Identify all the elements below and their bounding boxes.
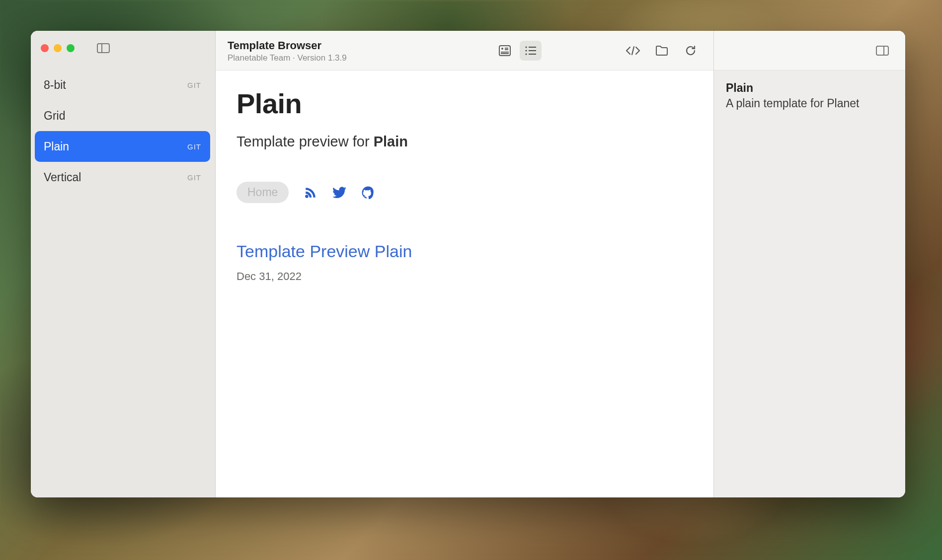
svg-point-12 xyxy=(525,53,527,55)
svg-point-3 xyxy=(501,48,503,50)
template-subheading: Template preview for Plain xyxy=(236,134,693,150)
svg-rect-16 xyxy=(876,46,888,55)
reveal-folder-button[interactable] xyxy=(651,41,673,61)
git-badge: GIT xyxy=(187,173,201,182)
sidebar-item-label: Plain xyxy=(44,140,69,153)
svg-point-15 xyxy=(306,195,309,198)
template-description: A plain template for Planet xyxy=(726,97,893,110)
view-mode-segmented xyxy=(494,41,542,61)
main-area: Template Browser Planetable Team · Versi… xyxy=(216,31,713,497)
inspector-content: Plain A plain template for Planet xyxy=(714,70,905,121)
toolbar: Template Browser Planetable Team · Versi… xyxy=(216,31,713,70)
inspector-panel: Plain A plain template for Planet xyxy=(713,31,905,497)
twitter-icon[interactable] xyxy=(332,186,346,200)
sidebar-item-vertical[interactable]: Vertical GIT xyxy=(35,162,210,193)
window-subtitle: Planetable Team · Version 1.3.9 xyxy=(228,53,347,63)
zoom-window-button[interactable] xyxy=(67,44,75,52)
sidebar-item-8-bit[interactable]: 8-bit GIT xyxy=(35,70,210,100)
github-icon[interactable] xyxy=(361,186,375,200)
git-badge: GIT xyxy=(187,81,201,89)
sidebar-titlebar xyxy=(31,31,215,66)
sidebar-item-plain[interactable]: Plain GIT xyxy=(35,131,210,162)
code-button[interactable] xyxy=(622,41,644,61)
app-window: 8-bit GIT Grid Plain GIT Vertical GIT Te… xyxy=(31,31,905,497)
home-pill[interactable]: Home xyxy=(236,182,289,203)
minimize-window-button[interactable] xyxy=(54,44,62,52)
svg-rect-0 xyxy=(97,44,109,53)
template-heading: Plain xyxy=(236,87,693,120)
reload-button[interactable] xyxy=(680,41,702,61)
post-date: Dec 31, 2022 xyxy=(236,270,693,283)
sidebar: 8-bit GIT Grid Plain GIT Vertical GIT xyxy=(31,31,216,497)
inspector-toolbar xyxy=(714,31,905,70)
view-mode-list-button[interactable] xyxy=(520,41,542,61)
window-controls xyxy=(41,44,75,52)
sidebar-item-label: Grid xyxy=(44,109,65,123)
svg-point-10 xyxy=(525,50,527,51)
preview-nav: Home xyxy=(236,182,693,203)
git-badge: GIT xyxy=(187,142,201,151)
preview-content: Plain Template preview for Plain Home xyxy=(216,70,713,497)
svg-point-8 xyxy=(525,46,527,48)
post-title-link[interactable]: Template Preview Plain xyxy=(236,242,693,261)
view-mode-card-button[interactable] xyxy=(494,41,516,61)
rss-icon[interactable] xyxy=(304,186,317,200)
sidebar-item-label: Vertical xyxy=(44,171,81,184)
template-name: Plain xyxy=(726,81,893,95)
close-window-button[interactable] xyxy=(41,44,49,52)
template-list: 8-bit GIT Grid Plain GIT Vertical GIT xyxy=(31,66,215,193)
sidebar-item-label: 8-bit xyxy=(44,78,66,92)
svg-line-14 xyxy=(632,47,634,55)
window-title: Template Browser xyxy=(228,39,347,52)
toggle-inspector-button[interactable] xyxy=(871,41,893,61)
toggle-sidebar-button[interactable] xyxy=(96,43,110,54)
title-block: Template Browser Planetable Team · Versi… xyxy=(228,38,347,63)
sidebar-item-grid[interactable]: Grid xyxy=(35,100,210,131)
